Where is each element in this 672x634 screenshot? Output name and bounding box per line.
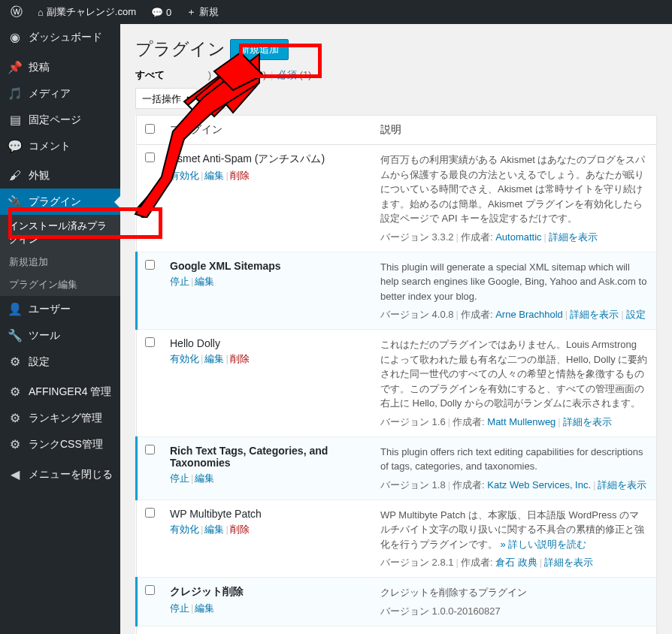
gear-icon: ⚙ bbox=[8, 385, 23, 399]
menu-dashboard[interactable]: ◉ダッシュボード bbox=[0, 24, 120, 50]
readmore-link[interactable]: » 詳しい説明を読む bbox=[498, 539, 586, 550]
plugin-checkbox[interactable] bbox=[145, 508, 155, 518]
menu-comments[interactable]: 💬コメント bbox=[0, 133, 120, 159]
author-label: 作成者: bbox=[461, 231, 495, 243]
edit-link[interactable]: 編集 bbox=[195, 472, 214, 484]
author-link[interactable]: 倉石 政典 bbox=[495, 557, 537, 568]
filter-inactive[interactable]: 停止中 bbox=[222, 69, 252, 80]
delete-link[interactable]: 削除 bbox=[230, 524, 250, 535]
add-new-button[interactable]: 新規追加 bbox=[230, 39, 289, 60]
plugin-name: kismet Anti-Spam (アンチスパム) bbox=[170, 152, 365, 166]
activate-link[interactable]: 有効化 bbox=[170, 170, 199, 181]
plugin-row: クレジット削除停止|編集クレジットを削除するプラグインバージョン 1.0.0-2… bbox=[137, 578, 657, 626]
new-content-link[interactable]: ＋ 新規 bbox=[182, 5, 223, 19]
col-plugin-foot: プラグイン bbox=[162, 626, 373, 634]
media-icon: 🎵 bbox=[8, 86, 23, 101]
home-icon: ⌂ bbox=[38, 7, 44, 18]
edit-link[interactable]: 編集 bbox=[204, 524, 224, 535]
delete-link[interactable]: 削除 bbox=[230, 353, 250, 364]
author-link[interactable]: Katz Web Services, Inc. bbox=[487, 479, 591, 491]
author-link[interactable]: Automattic bbox=[495, 231, 541, 243]
plugin-actions: 有効化|編集|削除 bbox=[170, 523, 365, 536]
filter-mustuse[interactable]: 必須 bbox=[277, 69, 297, 80]
plugin-checkbox[interactable] bbox=[145, 260, 155, 270]
plugin-meta: バージョン 3.3.2|作成者: Automattic|詳細を表示 bbox=[380, 231, 649, 244]
plugin-checkbox[interactable] bbox=[145, 585, 155, 595]
comments-count: 0 bbox=[166, 7, 171, 18]
edit-link[interactable]: 編集 bbox=[195, 276, 214, 287]
plugin-checkbox[interactable] bbox=[145, 445, 155, 454]
plugin-name: Rich Text Tags, Categories, and Taxonomi… bbox=[170, 445, 365, 469]
edit-link[interactable]: 編集 bbox=[204, 353, 224, 364]
filter-all[interactable]: すべて bbox=[135, 69, 165, 80]
select-all-top[interactable] bbox=[145, 124, 155, 134]
plugins-table: プラグイン 説明 kismet Anti-Spam (アンチスパム)有効化|編集… bbox=[135, 115, 657, 634]
bulk-select-top[interactable]: 一括操作 bbox=[135, 88, 197, 109]
menu-pages[interactable]: ▤固定ページ bbox=[0, 107, 120, 133]
plugin-checkbox[interactable] bbox=[145, 337, 155, 347]
menu-plugins[interactable]: 🔌プラグイン bbox=[0, 189, 120, 215]
plugin-meta: バージョン 1.0.0-20160827 bbox=[380, 605, 649, 618]
wp-logo-icon[interactable]: ⓦ bbox=[6, 5, 27, 20]
deactivate-link[interactable]: 停止 bbox=[170, 472, 189, 484]
menu-posts[interactable]: 📌投稿 bbox=[0, 54, 120, 80]
plugin-description: 何百万もの利用実績がある Akismet はあなたのブログをスパムから保護する最… bbox=[380, 152, 649, 226]
edit-link[interactable]: 編集 bbox=[204, 170, 224, 181]
tablenav-top: 一括操作 用 bbox=[135, 88, 657, 109]
slider-icon: ⚙ bbox=[8, 355, 23, 369]
col-desc-foot: 説明 bbox=[373, 626, 657, 634]
menu-rankcss[interactable]: ⚙ランクCSS管理 bbox=[0, 431, 120, 457]
bulk-apply-suffix[interactable]: 用 bbox=[201, 88, 228, 109]
menu-users[interactable]: 👤ユーザー bbox=[0, 296, 120, 322]
menu-media[interactable]: 🎵メディア bbox=[0, 80, 120, 107]
submenu-addnew[interactable]: 新規追加 bbox=[0, 251, 120, 273]
plugin-row: Google XML Sitemaps停止|編集This plugin will… bbox=[137, 252, 657, 330]
version-label: バージョン 1.0.0-20160827 bbox=[380, 605, 501, 617]
site-title: 副業チャレンジ.com bbox=[47, 5, 136, 19]
plugin-actions: 停止|編集 bbox=[170, 275, 365, 288]
page-header: プラグイン 新規追加 bbox=[135, 24, 657, 68]
gear-icon: ⚙ bbox=[8, 411, 23, 425]
menu-tools[interactable]: 🔧ツール bbox=[0, 322, 120, 349]
details-link[interactable]: 詳細を表示 bbox=[549, 231, 598, 243]
settings-link[interactable]: 設定 bbox=[626, 309, 646, 320]
deactivate-link[interactable]: 停止 bbox=[170, 276, 189, 287]
submenu-editor[interactable]: プラグイン編集 bbox=[0, 273, 120, 296]
details-link[interactable]: 詳細を表示 bbox=[563, 416, 612, 427]
plugin-name: クレジット削除 bbox=[170, 585, 365, 599]
plugin-row: Rich Text Tags, Categories, and Taxonomi… bbox=[137, 436, 657, 500]
plugin-actions: 停止|編集 bbox=[170, 472, 365, 485]
plugin-description: This plugin will generate a special XML … bbox=[380, 260, 649, 304]
main-content: プラグイン 新規追加 すべて ) | 停止中 (3) | 必須 (1) 一括操作… bbox=[120, 24, 672, 634]
author-link[interactable]: Arne Brachhold bbox=[495, 309, 563, 320]
plugin-meta: バージョン 1.6|作成者: Matt Mullenweg|詳細を表示 bbox=[380, 415, 649, 429]
edit-link[interactable]: 編集 bbox=[195, 602, 214, 614]
plugin-description: これはただのプラグインではありません。Louis Armstrong によって歌… bbox=[380, 337, 649, 411]
deactivate-link[interactable]: 停止 bbox=[170, 602, 189, 614]
submenu-installed[interactable]: インストール済みプラグイン bbox=[0, 215, 120, 251]
menu-appearance[interactable]: 🖌外観 bbox=[0, 163, 120, 189]
details-link[interactable]: 詳細を表示 bbox=[570, 309, 619, 320]
plugin-description: クレジットを削除するプラグイン bbox=[380, 585, 649, 600]
menu-settings[interactable]: ⚙設定 bbox=[0, 349, 120, 375]
author-label: 作成者: bbox=[453, 416, 487, 427]
plugin-filters: すべて ) | 停止中 (3) | 必須 (1) bbox=[135, 68, 657, 82]
plus-icon: ＋ bbox=[186, 5, 196, 19]
plugin-name: Hello Dolly bbox=[170, 337, 365, 349]
plugin-row: kismet Anti-Spam (アンチスパム)有効化|編集|削除何百万もの利… bbox=[137, 145, 657, 252]
author-link[interactable]: Matt Mullenweg bbox=[487, 416, 555, 427]
comments-link[interactable]: 💬 0 bbox=[147, 7, 176, 18]
plugin-checkbox[interactable] bbox=[145, 152, 155, 162]
delete-link[interactable]: 削除 bbox=[230, 170, 250, 181]
details-link[interactable]: 詳細を表示 bbox=[544, 557, 593, 568]
comment-icon: 💬 bbox=[151, 7, 163, 18]
details-link[interactable]: 詳細を表示 bbox=[598, 479, 646, 491]
activate-link[interactable]: 有効化 bbox=[170, 524, 199, 535]
plugin-description: WP Multibyte Patch は、本家版、日本語版 WordPress … bbox=[380, 508, 649, 552]
activate-link[interactable]: 有効化 bbox=[170, 353, 199, 364]
plugin-actions: 有効化|編集|削除 bbox=[170, 169, 365, 183]
menu-affinger[interactable]: ⚙AFFINGER4 管理 bbox=[0, 379, 120, 405]
site-link[interactable]: ⌂ 副業チャレンジ.com bbox=[33, 5, 141, 19]
menu-collapse[interactable]: ◀メニューを閉じる bbox=[0, 461, 120, 488]
menu-ranking[interactable]: ⚙ランキング管理 bbox=[0, 405, 120, 431]
